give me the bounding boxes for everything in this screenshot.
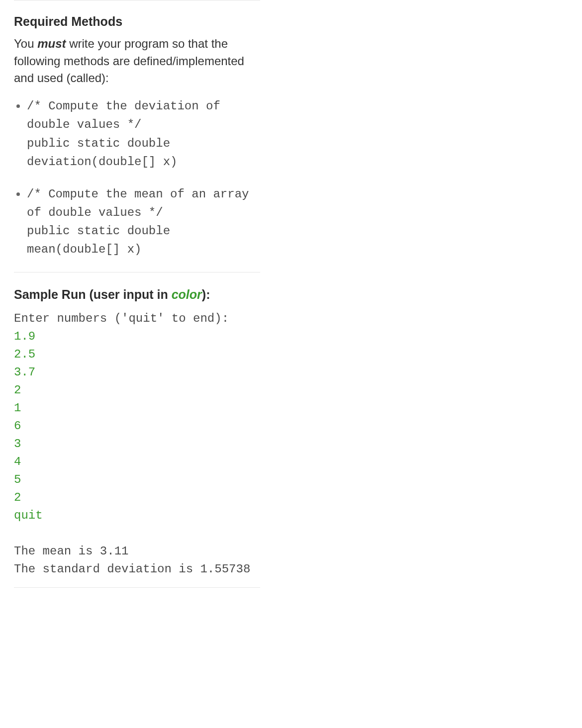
bottom-divider xyxy=(14,587,260,588)
intro-paragraph: You must write your program so that the … xyxy=(14,35,264,87)
top-divider xyxy=(14,0,260,0)
run-output-stddev: The standard deviation is 1.55738 xyxy=(14,562,250,576)
run-prompt: Enter numbers ('quit' to end): xyxy=(14,312,229,325)
intro-must: must xyxy=(37,37,66,50)
run-input-8: 5 xyxy=(14,473,21,486)
run-input-0: 1.9 xyxy=(14,330,35,343)
sample-heading-color-word: color xyxy=(172,287,202,301)
sample-heading-suffix: ): xyxy=(202,287,210,301)
method-list: /* Compute the deviation of double value… xyxy=(14,96,264,259)
sample-run-heading: Sample Run (user input in color): xyxy=(14,285,264,304)
required-methods-heading: Required Methods xyxy=(14,13,264,30)
run-input-3: 2 xyxy=(14,383,21,397)
run-input-2: 3.7 xyxy=(14,365,35,379)
run-input-4: 1 xyxy=(14,401,21,415)
document-content: Required Methods You must write your pro… xyxy=(0,13,264,578)
run-input-5: 6 xyxy=(14,419,21,433)
sample-run-block: Enter numbers ('quit' to end): 1.9 2.5 3… xyxy=(14,310,264,578)
run-input-1: 2.5 xyxy=(14,348,35,361)
run-input-quit: quit xyxy=(14,509,43,522)
run-input-6: 3 xyxy=(14,437,21,451)
run-input-9: 2 xyxy=(14,491,21,504)
run-output-mean: The mean is 3.11 xyxy=(14,545,128,558)
intro-prefix: You xyxy=(14,37,37,50)
mid-divider xyxy=(14,272,260,273)
run-input-7: 4 xyxy=(14,455,21,468)
sample-heading-prefix: Sample Run (user input in xyxy=(14,287,172,301)
method-item-deviation: /* Compute the deviation of double value… xyxy=(27,96,264,171)
method-item-mean: /* Compute the mean of an array of doubl… xyxy=(27,184,264,259)
